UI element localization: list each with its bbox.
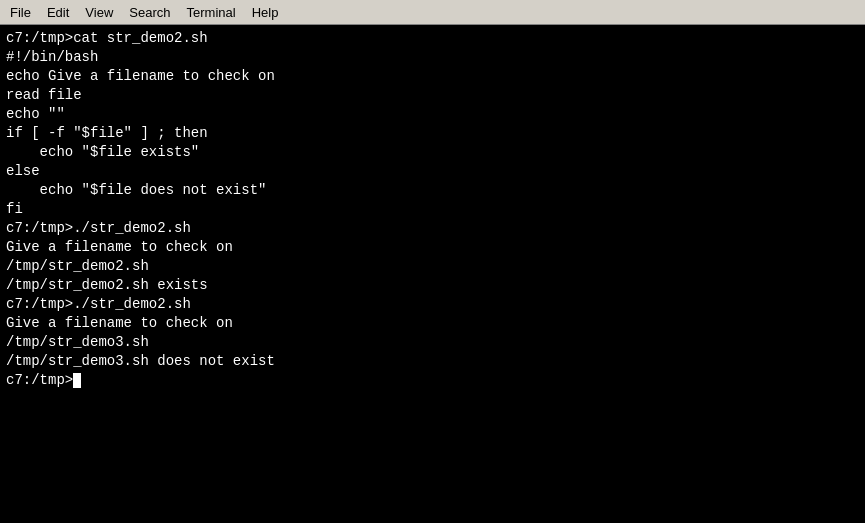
- terminal-line: /tmp/str_demo2.sh: [6, 257, 859, 276]
- terminal-line: fi: [6, 200, 859, 219]
- terminal-area[interactable]: c7:/tmp>cat str_demo2.sh#!/bin/bashecho …: [0, 25, 865, 523]
- terminal-line: c7:/tmp>./str_demo2.sh: [6, 295, 859, 314]
- terminal-line: echo "$file does not exist": [6, 181, 859, 200]
- terminal-line: /tmp/str_demo3.sh does not exist: [6, 352, 859, 371]
- terminal-line: /tmp/str_demo3.sh: [6, 333, 859, 352]
- terminal-line: /tmp/str_demo2.sh exists: [6, 276, 859, 295]
- file-menu[interactable]: File: [2, 0, 39, 24]
- search-menu[interactable]: Search: [121, 0, 178, 24]
- terminal-line: c7:/tmp>cat str_demo2.sh: [6, 29, 859, 48]
- terminal-line: c7:/tmp>: [6, 371, 859, 390]
- terminal-line: c7:/tmp>./str_demo2.sh: [6, 219, 859, 238]
- help-menu[interactable]: Help: [244, 0, 287, 24]
- terminal-line: echo "": [6, 105, 859, 124]
- view-menu[interactable]: View: [77, 0, 121, 24]
- terminal-line: echo Give a filename to check on: [6, 67, 859, 86]
- terminal-line: echo "$file exists": [6, 143, 859, 162]
- edit-menu[interactable]: Edit: [39, 0, 77, 24]
- terminal-menu[interactable]: Terminal: [179, 0, 244, 24]
- terminal-line: if [ -f "$file" ] ; then: [6, 124, 859, 143]
- menu-bar: FileEditViewSearchTerminalHelp: [0, 0, 865, 25]
- terminal-line: else: [6, 162, 859, 181]
- terminal-line: Give a filename to check on: [6, 238, 859, 257]
- terminal-line: #!/bin/bash: [6, 48, 859, 67]
- terminal-line: Give a filename to check on: [6, 314, 859, 333]
- terminal-line: read file: [6, 86, 859, 105]
- terminal-cursor: [73, 373, 81, 388]
